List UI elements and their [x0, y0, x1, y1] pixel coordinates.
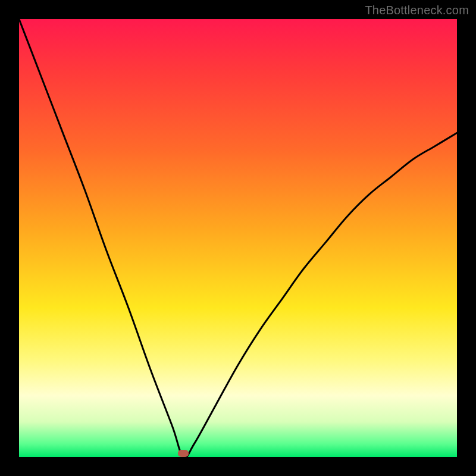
plot-area	[19, 19, 457, 457]
bottleneck-curve	[19, 19, 457, 457]
chart-frame: TheBottleneck.com	[0, 0, 476, 476]
attribution-text: TheBottleneck.com	[365, 4, 469, 17]
bottleneck-marker	[178, 450, 189, 457]
